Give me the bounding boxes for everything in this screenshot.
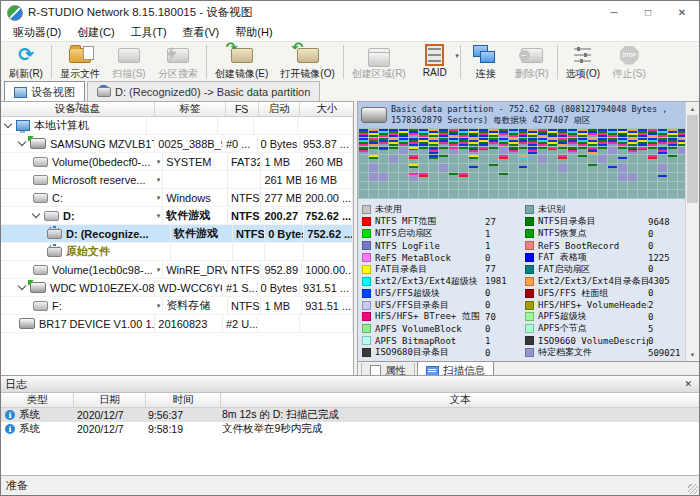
tree-row[interactable]: BR17 DEVICE V1.00 1....20160823#2 U... — [1, 315, 353, 333]
toolbar-button-create-image[interactable]: ↷创建镜像(E) — [209, 42, 274, 82]
tree-row[interactable]: 原始文件 — [1, 243, 353, 261]
tree-row-name: Volume(1ecb0c98-... — [52, 264, 153, 276]
row-dropdown-icon[interactable]: ▾ — [155, 176, 161, 184]
legend-label: NTFS LogFile — [375, 241, 485, 251]
tree-row-label: WinRE_DRV — [163, 261, 228, 278]
menu-create[interactable]: 创建(C) — [69, 25, 122, 40]
scan-block-cell — [409, 173, 418, 181]
legend-swatch — [362, 205, 371, 214]
expander-chevron-icon[interactable] — [32, 210, 40, 218]
menu-help[interactable]: 帮助(H) — [227, 25, 280, 40]
tab-device-view[interactable]: 设备视图 — [4, 81, 85, 102]
row-dropdown-icon[interactable]: ▾ — [155, 266, 161, 274]
tree-row[interactable]: D: (Recognize...软件游戏NTFS0 Bytes752.62 ..… — [1, 225, 353, 243]
scan-block-cell — [558, 138, 567, 146]
scan-block-cell — [548, 164, 557, 172]
toolbar-separator — [343, 45, 344, 79]
tab-recognized-partition[interactable]: D: (Recognized0) -> Basic data partition — [87, 81, 320, 101]
tree-row[interactable]: Microsoft reserve...▾261 MB16 MB — [1, 171, 353, 189]
scan-block-cell — [568, 182, 577, 190]
scan-block-cell — [379, 147, 388, 155]
row-dropdown-icon[interactable]: ▾ — [155, 158, 161, 166]
toolbar-separator — [557, 45, 558, 79]
status-text: 准备 — [6, 478, 28, 493]
toolbar-button-label: RAID — [423, 67, 447, 78]
log-column-time[interactable]: 时间 — [146, 393, 221, 407]
scrollbar-thumb[interactable] — [687, 115, 698, 203]
scan-block-cell — [449, 173, 458, 181]
tree-row[interactable]: C:▾WindowsNTFS277 MB200.00 ... — [1, 189, 353, 207]
scrollbar-up-icon[interactable]: ▲ — [686, 102, 699, 115]
scan-block-cell — [359, 173, 368, 181]
delete-icon: − — [517, 44, 547, 66]
scan-block-cell — [519, 164, 528, 172]
menu-view[interactable]: 查看(V) — [175, 25, 228, 40]
scan-block-cell — [429, 147, 438, 155]
tab-device-view-label: 设备视图 — [31, 85, 75, 100]
tree-row[interactable]: SAMSUNG MZVLB1T0...0025_388B_9...#0 ...0… — [1, 135, 353, 153]
minimize-button[interactable]: ─ — [597, 1, 631, 24]
toolbar-button-raid[interactable]: ▾RAID — [412, 42, 458, 82]
close-button[interactable]: ✕ — [665, 1, 699, 24]
partition-info-text: Basic data partition - 752.62 GB (808121… — [391, 104, 686, 125]
log-row[interactable]: i系统2020/12/79:58:19文件枚举在9秒内完成 — [1, 422, 699, 436]
toolbar-button-options[interactable]: 选项(O) — [560, 42, 606, 82]
menu-tools[interactable]: 工具(T) — [123, 25, 175, 40]
toolbar-button-show-files[interactable]: 显示文件 — [54, 42, 106, 82]
column-header-fs[interactable]: FS — [226, 102, 259, 116]
log-close-icon[interactable]: ✕ — [681, 379, 695, 389]
scan-block-cell — [449, 190, 458, 198]
legend-label: HFS/HFS+ BTree+ 范围 — [375, 310, 485, 323]
log-row[interactable]: i系统2020/12/79:56:378m 12s 的 D: 扫描已完成 — [1, 408, 699, 422]
row-dropdown-icon[interactable]: ▾ — [155, 194, 161, 202]
scan-block-cell — [489, 155, 498, 163]
scan-block-cell — [638, 138, 647, 146]
column-header-device[interactable]: 设备/磁盘 — [1, 102, 155, 116]
partition-disk-icon — [361, 107, 387, 123]
legend-item: ISO9680目录条目0 — [362, 347, 525, 359]
row-dropdown-icon[interactable]: ▾ — [155, 212, 161, 220]
scrollbar-down-icon[interactable]: ▼ — [686, 348, 699, 361]
scan-block-cell — [608, 164, 617, 172]
tree-row[interactable]: Volume(0bedecf0-...▾SYSTEMFAT321 MB260 M… — [1, 153, 353, 171]
scan-block-cell — [379, 173, 388, 181]
log-column-type[interactable]: 类型 — [1, 393, 74, 407]
tree-row[interactable]: 本地计算机 — [1, 117, 353, 135]
scan-block-cell — [489, 190, 498, 198]
scan-block-cell — [399, 147, 408, 155]
scan-block-cell — [439, 129, 448, 137]
column-header-size[interactable]: 大小 — [300, 102, 353, 116]
toolbar-button-connect[interactable]: 连接 — [463, 42, 509, 82]
tree-row[interactable]: F:▾资料存储NTFS1 MB931.51 ... — [1, 297, 353, 315]
resize-grip[interactable] — [688, 484, 698, 494]
tree-row-name-cell: C:▾ — [1, 189, 163, 206]
toolbar-button-refresh[interactable]: ⟳刷新(R) — [3, 42, 49, 82]
scan-block-cell — [598, 164, 607, 172]
expander-chevron-icon[interactable] — [18, 282, 26, 290]
tree-row[interactable]: D:▾软件游戏NTFS200.27 ...752.62 ... — [1, 207, 353, 225]
tree-row[interactable]: Volume(1ecb0c98-...▾WinRE_DRVNTFS952.89 … — [1, 261, 353, 279]
legend-count: 0 — [485, 300, 525, 310]
legend-count: 0 — [648, 241, 688, 251]
row-dropdown-icon[interactable]: ▾ — [155, 302, 161, 310]
scan-block-cell — [568, 164, 577, 172]
expander-chevron-icon[interactable] — [18, 138, 26, 146]
tree-row-fs: NTFS — [228, 189, 261, 206]
log-column-date[interactable]: 日期 — [74, 393, 146, 407]
toolbar-button-label: 扫描(S) — [112, 67, 145, 81]
dropdown-arrow-icon[interactable]: ▾ — [455, 52, 459, 60]
legend-item: Ext2/Ext3/Ext4超级块1981 — [362, 275, 525, 287]
tree-row[interactable]: WDC WD10EZEX-08W...WD-WCC6Y6...#1 S...0 … — [1, 279, 353, 297]
legend-count: 5 — [648, 324, 688, 334]
expander-chevron-icon[interactable] — [4, 120, 12, 128]
scan-block-cell — [638, 147, 647, 155]
menu-drives[interactable]: 驱动器(D) — [5, 25, 69, 40]
legend-count: 0 — [648, 229, 688, 239]
maximize-button[interactable]: □ — [631, 1, 665, 24]
log-column-text[interactable]: 文本 — [221, 393, 699, 407]
column-header-start[interactable]: 启动 — [259, 102, 301, 116]
scan-block-cell — [489, 129, 498, 137]
scan-panel-scrollbar[interactable]: ▲ ▼ — [685, 102, 699, 361]
toolbar-button-open-image[interactable]: ↶打开镜像(O) — [274, 42, 340, 82]
column-header-label[interactable]: 标签 — [155, 102, 226, 116]
